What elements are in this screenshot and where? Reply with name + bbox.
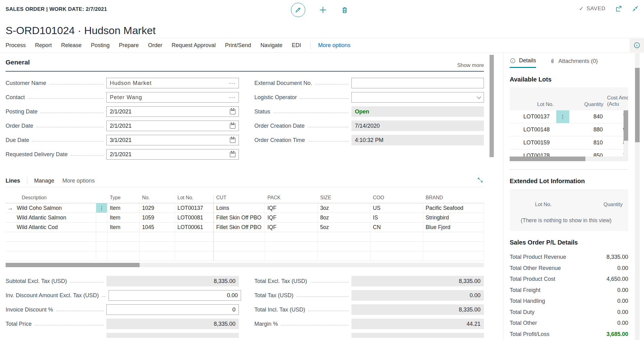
action-request-approval[interactable]: Request Approval: [172, 42, 216, 49]
row-options-icon[interactable]: [556, 123, 569, 136]
lot-row-lot00137[interactable]: LOT00137⋮8407: [510, 110, 628, 123]
cell-quantity[interactable]: 850: [569, 152, 606, 157]
line-row-empty[interactable]: [6, 251, 484, 261]
cell-no[interactable]: 1045: [140, 223, 175, 232]
cell-cut[interactable]: Fillet Skin Off PBO: [213, 223, 265, 232]
calendar-icon[interactable]: [230, 138, 235, 143]
row-options-icon[interactable]: ⋮: [556, 110, 569, 123]
cell-coo[interactable]: CN: [370, 223, 423, 232]
tab-attachments[interactable]: Attachments (0): [550, 57, 598, 68]
row-options-icon[interactable]: [96, 223, 107, 232]
cell-quantity[interactable]: 840: [569, 113, 606, 120]
cell-lot[interactable]: LOT00061: [175, 223, 213, 232]
calendar-icon[interactable]: [230, 123, 235, 129]
action-order[interactable]: Order: [148, 42, 162, 49]
cell-size[interactable]: 3oz: [318, 203, 370, 213]
action-print-send[interactable]: Print/Send: [225, 42, 251, 49]
field-value-due-date[interactable]: 3/1/2021: [106, 135, 239, 145]
field-value-posting-date[interactable]: 2/1/2021: [106, 106, 239, 117]
field-value-contact[interactable]: Peter Wang···: [106, 92, 239, 103]
cell-description[interactable]: Wild Atlantic Salmon: [15, 213, 96, 223]
column-header-lot-no[interactable]: Lot No.: [175, 195, 213, 203]
column-header-description[interactable]: Description: [15, 195, 96, 203]
line-row-empty[interactable]: [6, 232, 484, 242]
action-posting[interactable]: Posting: [91, 42, 110, 49]
lines-more-options-button[interactable]: More options: [62, 178, 95, 184]
field-value-external-document-no[interactable]: [351, 78, 484, 88]
cell-lot-no[interactable]: LOT00159: [510, 139, 556, 146]
cell-pack[interactable]: IQF: [265, 223, 318, 232]
cell-brand[interactable]: Blue Fjord: [423, 223, 484, 232]
row-options-icon[interactable]: [556, 149, 569, 157]
field-value-invoice-discount[interactable]: 0: [106, 304, 239, 315]
cell-no[interactable]: 1059: [140, 213, 175, 223]
field-value-customer-name[interactable]: Hudson Market···: [106, 78, 239, 88]
main-vertical-scrollbar[interactable]: [490, 53, 494, 340]
scrollbar-thumb[interactable]: [624, 110, 628, 141]
cell-coo[interactable]: US: [370, 203, 423, 213]
cell-type[interactable]: Item: [107, 223, 140, 232]
cell-lot-no[interactable]: LOT00137: [510, 113, 556, 120]
lot-row-lot00159[interactable]: LOT001598108: [510, 136, 628, 149]
lines-manage-button[interactable]: Manage: [34, 178, 54, 184]
calendar-icon[interactable]: [230, 152, 235, 157]
help-info-button[interactable]: [630, 38, 644, 52]
field-value-order-date[interactable]: 2/1/2021: [106, 121, 239, 131]
column-header-coo[interactable]: COO: [370, 195, 423, 203]
line-row-wild-coho-salmon[interactable]: →Wild Coho Salmon⋮Item1029LOT00137LoinsI…: [6, 203, 484, 213]
factbox-vertical-scrollbar[interactable]: [635, 53, 640, 340]
line-row-wild-atlantic-cod[interactable]: Wild Atlantic CodItem1045LOT00061Fillet …: [6, 223, 484, 232]
lot-row-lot00178[interactable]: LOT001788507: [510, 149, 628, 157]
chevron-down-icon[interactable]: [477, 94, 481, 99]
field-value-requested-delivery-date[interactable]: 2/1/2021: [106, 149, 239, 160]
scrollbar-thumb[interactable]: [635, 68, 640, 142]
scrollbar-thumb[interactable]: [6, 263, 140, 267]
calendar-icon[interactable]: [230, 109, 235, 114]
cell-cut[interactable]: Loins: [213, 203, 265, 213]
edit-button[interactable]: [291, 3, 305, 17]
cell-pack[interactable]: IQF: [265, 203, 318, 213]
cell-size[interactable]: 5oz: [318, 223, 370, 232]
field-value-inv-discount-amount-excl-tax-usd[interactable]: 0.00: [109, 290, 241, 301]
column-header-no[interactable]: No.: [140, 195, 175, 203]
scrollbar-thumb[interactable]: [510, 157, 585, 161]
cell-brand[interactable]: Pacific Seafood: [423, 203, 484, 213]
lot-row-lot00148[interactable]: LOT001488809: [510, 123, 628, 136]
action-process[interactable]: Process: [6, 42, 26, 49]
delete-button[interactable]: [341, 6, 349, 14]
line-row-empty[interactable]: [6, 242, 484, 251]
focus-mode-icon[interactable]: [477, 177, 483, 183]
action-prepare[interactable]: Prepare: [119, 42, 139, 49]
collapse-button[interactable]: [632, 5, 639, 12]
cell-type[interactable]: Item: [107, 213, 140, 223]
lines-horizontal-scrollbar[interactable]: [6, 263, 484, 267]
column-header-size[interactable]: SIZE: [318, 195, 370, 203]
cell-brand[interactable]: Stringbird: [423, 213, 484, 223]
cell-lot-no[interactable]: LOT00178: [510, 152, 556, 157]
column-header-cut[interactable]: CUT: [213, 195, 265, 203]
assist-edit-button[interactable]: ···: [229, 94, 235, 101]
column-header-brand[interactable]: BRAND: [423, 195, 484, 203]
cell-description[interactable]: Wild Atlantic Cod: [15, 223, 96, 232]
line-row-wild-atlantic-salmon[interactable]: Wild Atlantic SalmonItem1059LOT00081Fill…: [6, 213, 484, 223]
lots-horizontal-scrollbar[interactable]: [510, 157, 628, 161]
action-release[interactable]: Release: [61, 42, 82, 49]
cell-lot-no[interactable]: LOT00148: [510, 126, 556, 133]
cell-quantity[interactable]: 810: [569, 139, 606, 146]
more-options-button[interactable]: More options: [318, 42, 350, 49]
cell-type[interactable]: Item: [107, 203, 140, 213]
add-button[interactable]: [318, 5, 328, 15]
action-report[interactable]: Report: [35, 42, 52, 49]
cell-coo[interactable]: IS: [370, 213, 423, 223]
action-edi[interactable]: EDI: [292, 42, 301, 49]
row-options-icon[interactable]: [556, 136, 569, 149]
cell-description[interactable]: Wild Coho Salmon: [15, 203, 96, 213]
cell-no[interactable]: 1029: [140, 203, 175, 213]
open-in-window-button[interactable]: [615, 5, 622, 12]
column-header-type[interactable]: Type: [107, 195, 140, 203]
cell-size[interactable]: 8oz: [318, 213, 370, 223]
cell-quantity[interactable]: 880: [569, 126, 606, 133]
action-navigate[interactable]: Navigate: [260, 42, 282, 49]
show-more-link[interactable]: Show more: [457, 62, 484, 68]
cell-pack[interactable]: IQF: [265, 213, 318, 223]
